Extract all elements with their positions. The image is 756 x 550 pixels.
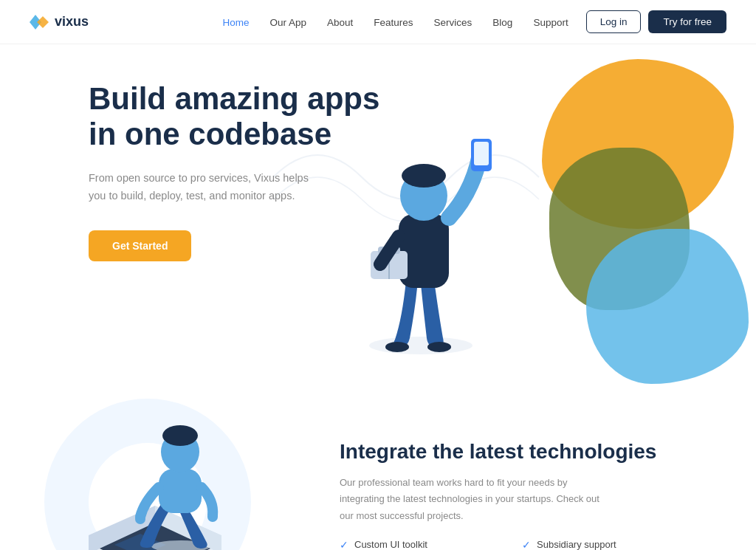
nav-item-services[interactable]: Services — [434, 16, 472, 29]
hero-subtitle: From open source to pro services, Vixus … — [89, 169, 325, 205]
svg-rect-10 — [474, 142, 489, 165]
navbar: vixus Home Our App About Features Servic… — [0, 0, 756, 44]
nav-links: Home Our App About Features Services Blo… — [222, 16, 568, 29]
section2-content: Integrate the latest technologies Our pr… — [295, 439, 682, 550]
nav-item-home[interactable]: Home — [222, 16, 249, 29]
svg-point-17 — [162, 425, 198, 446]
svg-point-12 — [402, 164, 446, 188]
section2-description: Our professional team works hard to fit … — [340, 475, 605, 523]
section2-title: Integrate the latest technologies — [340, 439, 682, 464]
nav-item-about[interactable]: About — [327, 16, 353, 29]
feature-label-2: Subsidiary support — [537, 539, 616, 550]
hero-section: Build amazing appsin one codebase From o… — [0, 44, 756, 384]
brand-name: vixus — [55, 14, 89, 30]
person-sitting-illustration — [133, 421, 229, 550]
feature-label-1: Custom UI toolkit — [354, 539, 427, 550]
nav-item-ourapp[interactable]: Our App — [270, 16, 307, 29]
svg-point-19 — [207, 512, 218, 522]
logo[interactable]: vixus — [30, 14, 89, 30]
hero-illustration — [325, 89, 517, 354]
section2: Integrate the latest technologies Our pr… — [0, 384, 756, 550]
nav-item-blog[interactable]: Blog — [492, 16, 512, 29]
svg-point-18 — [135, 514, 145, 524]
svg-point-2 — [369, 337, 472, 354]
feature-item-1: ✓ Custom UI toolkit — [340, 539, 500, 550]
check-icon-1: ✓ — [340, 539, 348, 550]
svg-point-4 — [427, 342, 451, 352]
section2-illustration — [44, 406, 295, 550]
blob-blue — [586, 229, 749, 384]
svg-rect-15 — [159, 469, 202, 513]
feature-item-2: ✓ Subsidiary support — [522, 539, 682, 550]
logo-icon — [30, 15, 50, 30]
nav-item-features[interactable]: Features — [374, 16, 413, 29]
get-started-button[interactable]: Get Started — [89, 230, 191, 261]
check-icon-2: ✓ — [522, 539, 531, 550]
try-for-free-button[interactable]: Try for free — [648, 10, 726, 33]
features-list: ✓ Custom UI toolkit ✓ Subsidiary support — [340, 539, 682, 550]
svg-marker-1 — [37, 16, 49, 28]
svg-point-3 — [385, 342, 409, 352]
nav-item-support[interactable]: Support — [533, 16, 568, 29]
login-button[interactable]: Log in — [586, 10, 642, 33]
